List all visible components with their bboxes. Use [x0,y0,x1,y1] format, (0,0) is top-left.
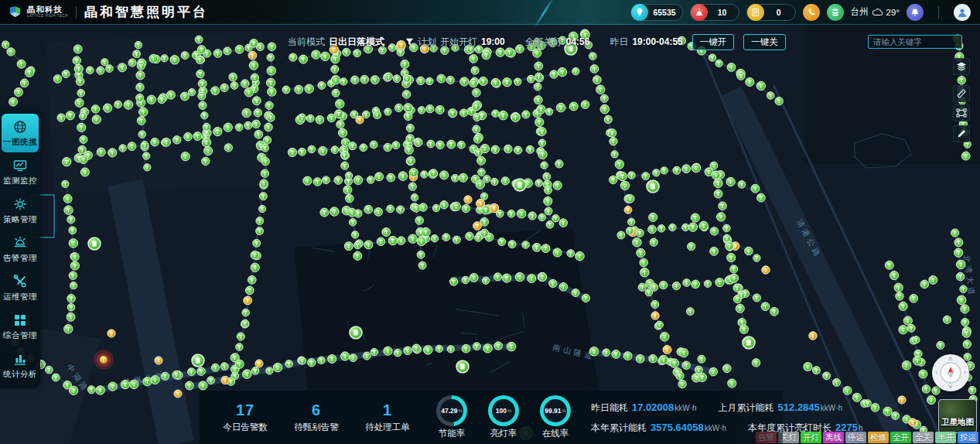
lamp-marker-on[interactable] [235,124,243,131]
concentrator-marker[interactable] [192,354,204,367]
lamp-marker-on[interactable] [452,174,459,182]
lamp-marker-on[interactable] [138,131,146,138]
lamp-marker-on[interactable] [726,177,735,186]
lamp-marker-on[interactable] [403,75,411,83]
lamp-marker-on[interactable] [572,289,579,296]
lamp-marker-on[interactable] [688,223,697,231]
lamp-marker-on[interactable] [336,121,344,128]
lamp-marker-on[interactable] [149,54,158,63]
lamp-marker-on[interactable] [650,238,657,246]
lamp-marker-on[interactable] [404,347,412,355]
lamp-marker-on[interactable] [435,105,444,114]
lamp-marker-on[interactable] [628,172,636,179]
lamp-marker-on[interactable] [384,108,391,115]
lamp-marker-on[interactable] [753,254,760,261]
lamp-marker-on[interactable] [569,102,578,111]
lamp-marker-on[interactable] [316,115,324,124]
lamp-marker-on[interactable] [308,359,316,367]
lamp-marker-on[interactable] [244,121,252,129]
lamp-marker-on[interactable] [340,352,349,360]
lamp-marker-on[interactable] [343,186,352,194]
lamp-marker-on[interactable] [462,276,470,284]
lamp-marker-on[interactable] [141,142,149,149]
lamp-marker-on[interactable] [960,285,967,292]
lamp-marker-on[interactable] [499,111,508,120]
lamp-marker-on[interactable] [313,178,322,186]
lamp-marker-on[interactable] [211,87,220,95]
lamp-marker-on[interactable] [394,104,402,111]
lamp-marker-on[interactable] [250,39,258,48]
lamp-marker-on[interactable] [166,91,175,99]
lamp-marker-on[interactable] [69,272,77,279]
lamp-marker-on[interactable] [695,366,702,374]
lamp-marker-on[interactable] [612,350,620,359]
lamp-marker-on[interactable] [243,370,252,379]
lamp-marker-on[interactable] [73,45,82,53]
lamp-marker-on[interactable] [628,218,635,225]
lamp-marker-on[interactable] [962,329,971,337]
lamp-marker-maintenance[interactable] [255,360,263,367]
lamp-marker-on[interactable] [528,275,536,283]
lamp-marker-on[interactable] [119,145,126,152]
lamp-marker-on[interactable] [446,76,454,84]
lamp-marker-on[interactable] [364,241,373,249]
lamp-marker-on[interactable] [504,145,513,153]
lamp-marker-on[interactable] [237,333,244,340]
lamp-marker-on[interactable] [449,109,457,118]
lamp-marker-on[interactable] [96,386,104,394]
lamp-marker-on[interactable] [411,194,418,201]
concentrator-marker[interactable] [647,180,659,193]
lamp-marker-on[interactable] [738,181,746,189]
lamp-marker-on[interactable] [543,172,551,180]
lamp-marker-on[interactable] [517,209,526,218]
lamp-marker-on[interactable] [723,234,730,241]
lamp-marker-on[interactable] [202,138,211,147]
lamp-marker-on[interactable] [482,277,489,284]
lamp-marker-on[interactable] [364,205,373,213]
lamp-marker-maintenance[interactable] [244,296,252,305]
lamp-marker-maintenance[interactable] [624,207,632,214]
lamp-marker-on[interactable] [899,325,907,333]
lamp-marker-on[interactable] [69,239,78,248]
lamp-marker-on[interactable] [245,286,254,295]
lamp-marker-on[interactable] [374,208,383,217]
lamp-marker-on[interactable] [388,236,397,244]
lamp-marker-on[interactable] [338,128,347,137]
lamp-marker-on[interactable] [528,75,535,83]
lamp-marker-on[interactable] [534,96,542,104]
lamp-marker-on[interactable] [958,76,965,84]
lamp-marker-on[interactable] [460,77,469,86]
lamp-marker-on[interactable] [544,196,552,205]
lamp-marker-on[interactable] [502,274,510,282]
lamp-marker-maintenance[interactable] [663,346,671,354]
lamp-marker-on[interactable] [623,352,632,360]
lamp-marker-on[interactable] [751,184,760,193]
lamp-marker-on[interactable] [526,145,534,153]
lamp-marker-on[interactable] [535,179,542,186]
lamp-marker-on[interactable] [318,357,326,364]
lamp-marker-on[interactable] [360,75,369,84]
lamp-marker-on[interactable] [266,367,273,374]
lamp-marker-on[interactable] [508,241,516,248]
lamp-marker-on[interactable] [162,138,171,146]
lamp-marker-on[interactable] [384,347,392,355]
lamp-marker-on[interactable] [136,94,144,101]
lamp-marker-on[interactable] [198,80,207,88]
lamp-marker-on[interactable] [559,219,567,227]
lamp-marker-on[interactable] [330,207,338,216]
lamp-marker-on[interactable] [479,77,487,85]
lamp-marker-on[interactable] [691,213,699,222]
lamp-marker-on[interactable] [686,308,694,316]
lamp-marker-on[interactable] [691,280,700,289]
lamp-marker-on[interactable] [14,88,22,97]
lamp-marker-on[interactable] [67,216,75,224]
lamp-marker-on[interactable] [435,345,442,352]
lamp-marker-on[interactable] [353,251,362,260]
lamp-marker-on[interactable] [920,280,929,289]
lamp-marker-on[interactable] [370,348,377,355]
lamp-marker-on[interactable] [648,225,657,234]
lamp-marker-maintenance[interactable] [464,196,472,203]
lamp-marker-on[interactable] [318,82,326,90]
lamp-marker-on[interactable] [256,227,264,235]
lamp-marker-maintenance[interactable] [476,199,484,207]
